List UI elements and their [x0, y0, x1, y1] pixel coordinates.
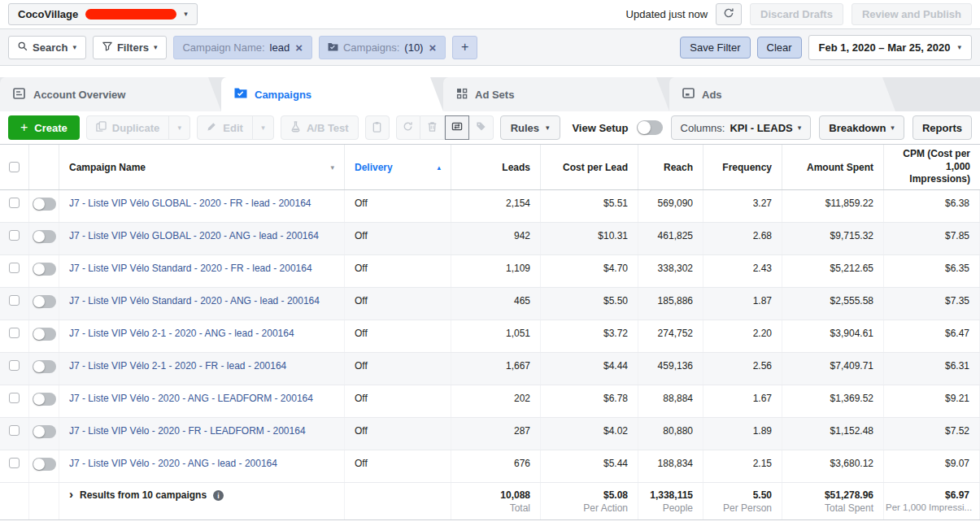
reports-label: Reports [922, 122, 962, 134]
campaign-status-toggle[interactable] [33, 360, 56, 373]
campaign-status-toggle[interactable] [33, 393, 56, 406]
info-icon[interactable]: i [213, 490, 224, 501]
edit-dropdown-button[interactable]: ▾ [252, 116, 273, 139]
account-overview-icon [13, 88, 26, 102]
sort-ascending-icon: ▴ [437, 163, 441, 172]
campaign-name-link[interactable]: J7 - Liste VIP Vélo - 2020 - ANG - lead … [69, 458, 277, 469]
campaign-name-link[interactable]: J7 - Liste VIP Vélo Standard - 2020 - AN… [69, 295, 320, 306]
campaign-name-link[interactable]: J7 - Liste VIP Vélo - 2020 - FR - LEADFO… [69, 425, 306, 437]
campaign-name-link[interactable]: J7 - Liste VIP Vélo GLOBAL - 2020 - ANG … [69, 230, 319, 241]
amount-spent-cell: $3,904.61 [782, 320, 884, 352]
table-row: J7 - Liste VIP Vélo Standard - 2020 - FR… [0, 255, 980, 288]
campaign-status-toggle[interactable] [33, 198, 56, 211]
columns-button[interactable]: Columns: KPI - LEADS ▾ [671, 115, 812, 140]
filter-chip-campaign-name[interactable]: Campaign Name: lead × [173, 36, 312, 59]
campaign-status-toggle[interactable] [33, 263, 56, 276]
column-header-campaign-name[interactable]: Campaign Name ▾ [59, 145, 345, 189]
create-button[interactable]: + Create [8, 115, 80, 140]
search-button[interactable]: Search ▾ [8, 36, 86, 59]
results-summary[interactable]: › Results from 10 campaigns i [69, 489, 334, 501]
column-header-amount-spent[interactable]: Amount Spent [782, 145, 884, 189]
column-header-reach[interactable]: Reach [638, 145, 703, 189]
ab-test-group: A/B Test [281, 115, 359, 140]
close-icon[interactable]: × [294, 41, 303, 54]
amount-spent-cell: $2,555.58 [782, 288, 884, 320]
row-checkbox[interactable] [9, 425, 20, 436]
reports-button[interactable]: Reports [912, 115, 972, 140]
column-header-cost-per-lead[interactable]: Cost per Lead [541, 145, 638, 189]
header-label: CPM (Cost per 1,000 Impressions) [894, 148, 970, 186]
account-selector[interactable]: CocoVillage ▾ [8, 3, 198, 25]
view-setup-label: View Setup [572, 122, 628, 134]
view-setup-toggle[interactable] [637, 120, 663, 135]
save-filter-button[interactable]: Save Filter [680, 37, 750, 59]
reach-cell: 569,090 [638, 190, 703, 222]
add-filter-button[interactable]: + [452, 36, 477, 59]
total-cost-per-lead-cell: $5.08 Per Action [541, 483, 638, 519]
campaign-status-toggle[interactable] [33, 425, 56, 438]
column-header-delivery[interactable]: Delivery ▴ [345, 145, 451, 189]
clear-filter-button[interactable]: Clear [757, 37, 802, 59]
rules-button[interactable]: Rules ▾ [500, 115, 560, 140]
filter-chip-campaigns[interactable]: Campaigns: (10) × [319, 36, 446, 59]
campaign-status-toggle[interactable] [33, 230, 56, 243]
column-header-leads[interactable]: Leads [451, 145, 541, 189]
row-checkbox[interactable] [9, 328, 20, 338]
row-checkbox[interactable] [9, 263, 20, 273]
pixel-swap-button[interactable] [445, 115, 469, 140]
cpm-cell: $7.85 [884, 223, 980, 254]
row-checkbox[interactable] [9, 295, 20, 306]
amount-spent-cell: $5,212.65 [782, 255, 884, 287]
tag-button[interactable] [469, 115, 494, 140]
leads-cell: 1,109 [451, 255, 541, 287]
date-range-selector[interactable]: Feb 1, 2020 – Mar 25, 2020 ▾ [808, 35, 972, 60]
edit-button[interactable]: Edit [198, 116, 252, 139]
filters-button[interactable]: Filters ▾ [93, 36, 168, 59]
table-row: J7 - Liste VIP Vélo Standard - 2020 - AN… [0, 288, 980, 320]
campaign-name-link[interactable]: J7 - Liste VIP Vélo - 2020 - ANG - LEADF… [69, 393, 313, 404]
campaign-status-toggle[interactable] [33, 458, 56, 471]
column-header-frequency[interactable]: Frequency [703, 145, 782, 189]
filter-bar: Search ▾ Filters ▾ Campaign Name: lead ×… [0, 29, 980, 66]
delete-button[interactable] [420, 115, 445, 140]
refresh-button[interactable] [716, 3, 742, 25]
row-checkbox[interactable] [9, 198, 20, 208]
campaign-name-link[interactable]: J7 - Liste VIP Vélo 2-1 - 2020 - FR - le… [69, 360, 286, 372]
total-cpm-cell: $6.97 Per 1,000 Impressi... [884, 483, 980, 519]
row-checkbox[interactable] [9, 230, 20, 241]
cpm-cell: $7.35 [884, 288, 980, 320]
chevron-down-icon: ▾ [184, 11, 188, 18]
campaign-name-link[interactable]: J7 - Liste VIP Vélo 2-1 - 2020 - ANG - l… [69, 328, 294, 339]
duplicate-button[interactable]: Duplicate [87, 116, 169, 139]
campaign-status-toggle[interactable] [33, 328, 56, 341]
breakdown-button[interactable]: Breakdown ▾ [819, 115, 904, 140]
column-header-cpm[interactable]: CPM (Cost per 1,000 Impressions) [884, 145, 980, 189]
close-icon[interactable]: × [428, 41, 437, 54]
select-all-checkbox[interactable] [9, 162, 20, 172]
review-publish-button[interactable]: Review and Publish [852, 3, 972, 25]
tab-ads[interactable]: Ads [669, 77, 895, 111]
cpm-cell: $7.52 [884, 418, 980, 450]
row-checkbox[interactable] [9, 458, 20, 468]
discard-drafts-button[interactable]: Discard Drafts [750, 3, 843, 25]
reach-cell: 188,834 [638, 450, 703, 482]
tab-campaigns[interactable]: Campaigns [221, 77, 443, 111]
history-button[interactable] [396, 115, 420, 140]
redacted-account-id [85, 9, 176, 20]
campaign-status-toggle[interactable] [33, 295, 56, 308]
clipboard-button[interactable] [365, 115, 390, 140]
search-icon [18, 41, 28, 54]
ab-test-button[interactable]: A/B Test [281, 116, 358, 139]
tab-account-overview[interactable]: Account Overview [0, 77, 221, 111]
duplicate-dropdown-button[interactable]: ▾ [168, 116, 189, 139]
campaign-name-link[interactable]: J7 - Liste VIP Vélo Standard - 2020 - FR… [69, 263, 312, 274]
cost-per-lead-cell: $5.44 [541, 450, 638, 482]
ad-card-icon [682, 88, 695, 101]
row-checkbox[interactable] [9, 360, 20, 371]
tab-ad-sets[interactable]: Ad Sets [443, 77, 669, 111]
campaign-name-link[interactable]: J7 - Liste VIP Vélo GLOBAL - 2020 - FR -… [69, 198, 311, 209]
folder-icon [328, 41, 338, 54]
chevron-down-icon: ▾ [178, 124, 182, 132]
row-checkbox[interactable] [9, 393, 20, 403]
tab-label: Account Overview [33, 89, 125, 101]
